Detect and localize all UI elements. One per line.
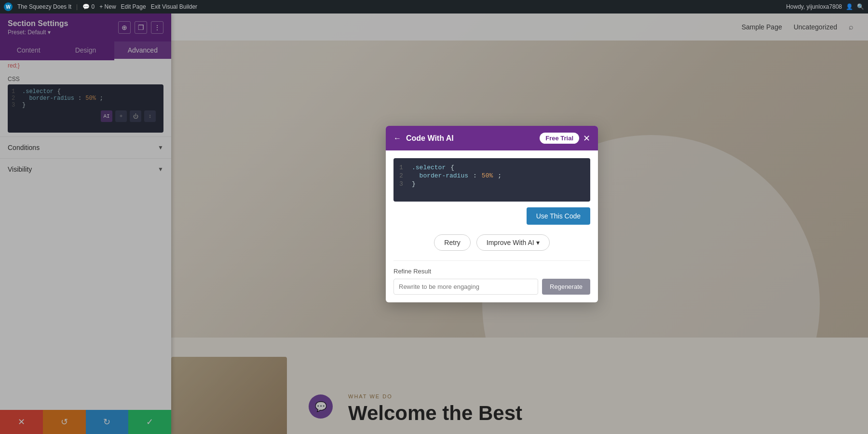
new-item[interactable]: + New xyxy=(99,3,116,10)
exit-builder[interactable]: Exit Visual Builder xyxy=(151,3,198,10)
refine-label: Refine Result xyxy=(393,268,590,275)
modal-code-line-3: 3 } xyxy=(399,180,584,188)
modal-header-right: Free Trial ✕ xyxy=(540,133,590,144)
modal-back-icon[interactable]: ← xyxy=(393,134,401,143)
modal-body: 1 .selector { 2 border-radius : 50% ; 3 … xyxy=(386,150,598,302)
refine-input[interactable] xyxy=(393,279,538,295)
use-this-code-button[interactable]: Use This Code xyxy=(527,207,590,225)
modal-code-block: 1 .selector { 2 border-radius : 50% ; 3 … xyxy=(393,158,590,202)
use-this-code-row: Use This Code xyxy=(393,207,590,225)
admin-bar: W The Squeezy Does It | 💬 0 + New Edit P… xyxy=(0,0,868,14)
modal-close-button[interactable]: ✕ xyxy=(583,134,590,143)
refine-row: Regenerate xyxy=(393,279,590,295)
modal-code-line-2: 2 border-radius : 50% ; xyxy=(399,172,584,179)
separator: | xyxy=(76,3,78,10)
search-icon[interactable]: 🔍 xyxy=(857,3,864,10)
user-greeting: Howdy, yijunloxa7808 xyxy=(786,3,842,10)
modal-overlay: ← Code With AI Free Trial ✕ 1 .selector … xyxy=(0,14,868,434)
improve-with-ai-button[interactable]: Improve With AI ▾ xyxy=(476,234,550,251)
comments-icon[interactable]: 💬 0 xyxy=(82,3,95,10)
modal-code-line-1: 1 .selector { xyxy=(399,164,584,171)
regenerate-button[interactable]: Regenerate xyxy=(542,279,590,295)
refine-section: Refine Result Regenerate xyxy=(393,260,590,295)
edit-page[interactable]: Edit Page xyxy=(121,3,146,10)
site-name[interactable]: The Squeezy Does It xyxy=(17,3,71,10)
page-wrapper: ● divi Sample Page Uncategorized ⌕ Secti… xyxy=(0,14,868,434)
modal-action-row: Retry Improve With AI ▾ xyxy=(393,234,590,251)
user-avatar: 👤 xyxy=(846,3,853,10)
modal-title: Code With AI xyxy=(406,134,454,143)
modal-title-area: ← Code With AI xyxy=(393,134,454,143)
admin-bar-left: W The Squeezy Does It | 💬 0 + New Edit P… xyxy=(4,2,780,11)
retry-button[interactable]: Retry xyxy=(434,234,470,251)
code-with-ai-modal: ← Code With AI Free Trial ✕ 1 .selector … xyxy=(386,126,598,302)
dropdown-arrow-icon: ▾ xyxy=(536,239,540,246)
wordpress-logo[interactable]: W xyxy=(4,2,13,11)
admin-bar-right: Howdy, yijunloxa7808 👤 🔍 xyxy=(786,3,864,10)
free-trial-badge[interactable]: Free Trial xyxy=(540,133,579,144)
modal-header: ← Code With AI Free Trial ✕ xyxy=(386,126,598,150)
